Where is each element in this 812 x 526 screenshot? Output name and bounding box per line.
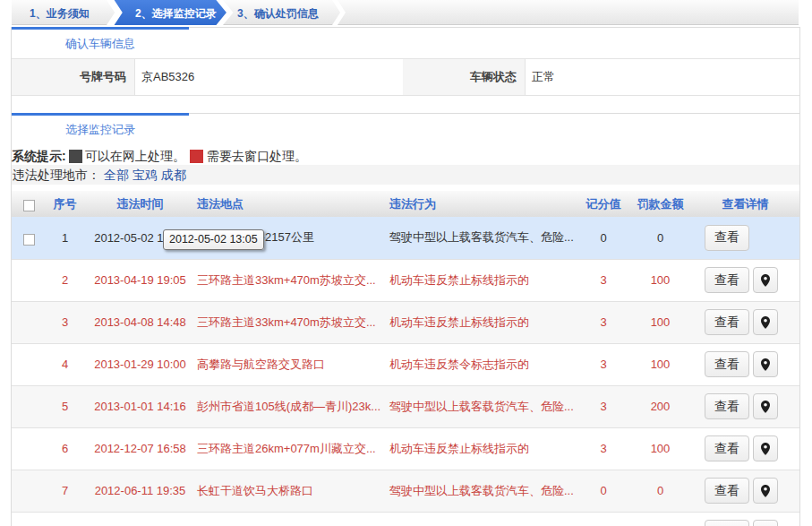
svg-text:2、选择监控记录: 2、选择监控记录 — [135, 7, 217, 20]
svg-text:3、确认处罚信息: 3、确认处罚信息 — [237, 7, 320, 20]
svg-text:1、业务须知: 1、业务须知 — [30, 7, 90, 20]
